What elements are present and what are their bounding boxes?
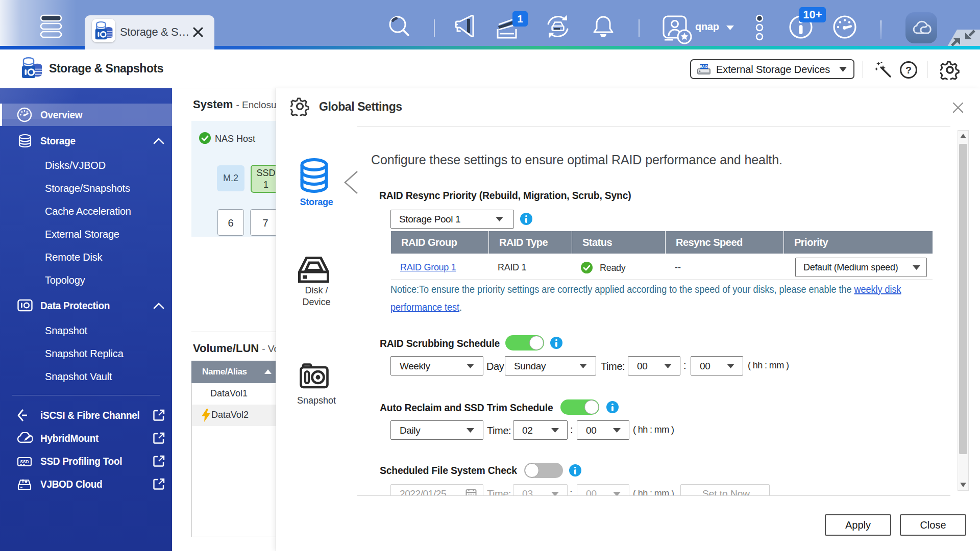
svg-text:?: ?: [905, 65, 912, 76]
svg-text:SSD: SSD: [20, 459, 29, 464]
svg-text:RAID: RAID: [700, 65, 708, 68]
